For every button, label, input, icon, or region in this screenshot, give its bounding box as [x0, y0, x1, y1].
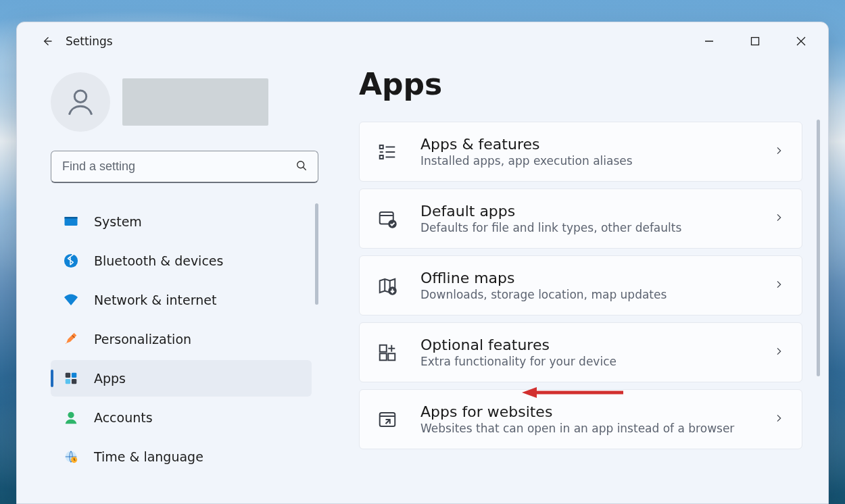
- sidebar-item-network[interactable]: Network & internet: [51, 282, 312, 318]
- sidebar: System Bluetooth & devices Network & int…: [17, 60, 335, 503]
- content-scrollbar[interactable]: [817, 120, 820, 376]
- sidebar-item-label: Personalization: [94, 332, 191, 347]
- sidebar-item-label: System: [94, 214, 142, 229]
- svg-rect-29: [388, 353, 395, 360]
- card-title: Optional features: [420, 336, 750, 353]
- sidebar-item-system[interactable]: System: [51, 203, 312, 240]
- chevron-right-icon: [773, 279, 784, 293]
- svg-rect-27: [380, 345, 387, 351]
- svg-rect-12: [66, 379, 70, 384]
- card-title: Apps for websites: [420, 403, 750, 420]
- card-optional-features[interactable]: Optional features Extra functionality fo…: [359, 322, 802, 382]
- svg-line-6: [304, 167, 306, 170]
- chevron-right-icon: [773, 413, 784, 426]
- minimize-button[interactable]: [686, 22, 732, 60]
- bluetooth-icon: [63, 253, 79, 269]
- paintbrush-icon: [63, 331, 79, 347]
- apps-grid-icon: [63, 370, 79, 386]
- person-icon: [64, 85, 97, 119]
- sidebar-item-label: Network & internet: [94, 293, 216, 307]
- close-button[interactable]: [778, 22, 824, 60]
- svg-rect-1: [752, 38, 759, 45]
- card-default-apps[interactable]: Default apps Defaults for file and link …: [359, 188, 802, 249]
- card-title: Offline maps: [420, 270, 750, 286]
- card-apps-features[interactable]: Apps & features Installed apps, app exec…: [359, 122, 802, 182]
- grid-plus-icon: [377, 343, 397, 363]
- page-title: Apps: [359, 67, 802, 101]
- card-offline-maps[interactable]: Offline maps Downloads, storage location…: [359, 255, 802, 316]
- minimize-icon: [704, 36, 714, 46]
- sidebar-item-accounts[interactable]: Accounts: [51, 399, 312, 436]
- maximize-icon: [750, 36, 760, 46]
- list-icon: [377, 142, 397, 162]
- sidebar-item-time[interactable]: Time & language: [51, 438, 312, 475]
- desktop-wallpaper: Settings: [0, 0, 845, 504]
- svg-point-4: [74, 91, 87, 103]
- sidebar-nav: System Bluetooth & devices Network & int…: [51, 203, 318, 478]
- window-title: Settings: [66, 34, 113, 48]
- profile-name-redacted: [122, 78, 268, 126]
- monitor-icon: [63, 213, 79, 230]
- search-icon: [295, 159, 308, 175]
- chevron-right-icon: [773, 346, 784, 359]
- card-subtitle: Installed apps, app execution aliases: [420, 154, 750, 168]
- card-subtitle: Downloads, storage location, map updates: [420, 288, 750, 301]
- sidebar-item-personalization[interactable]: Personalization: [51, 321, 312, 357]
- sidebar-item-bluetooth[interactable]: Bluetooth & devices: [51, 243, 312, 279]
- sidebar-item-label: Bluetooth & devices: [94, 253, 223, 268]
- sidebar-item-label: Accounts: [94, 410, 153, 425]
- card-subtitle: Extra functionality for your device: [420, 355, 750, 368]
- svg-point-14: [68, 412, 74, 418]
- titlebar: Settings: [17, 22, 828, 60]
- map-download-icon: [377, 276, 397, 296]
- back-button[interactable]: [33, 28, 60, 55]
- card-apps-for-websites[interactable]: Apps for websites Websites that can open…: [359, 389, 802, 449]
- svg-rect-11: [72, 373, 76, 378]
- avatar: [51, 72, 110, 132]
- clock-globe-icon: [63, 449, 79, 465]
- sidebar-scrollbar[interactable]: [315, 203, 318, 305]
- profile-block[interactable]: [51, 72, 318, 132]
- svg-rect-17: [380, 145, 383, 149]
- chevron-right-icon: [773, 212, 784, 226]
- chevron-right-icon: [773, 145, 784, 159]
- svg-rect-10: [66, 373, 70, 378]
- search-box[interactable]: [51, 151, 318, 183]
- card-subtitle: Defaults for file and link types, other …: [420, 221, 750, 234]
- svg-rect-8: [65, 217, 78, 219]
- close-icon: [796, 36, 806, 46]
- sidebar-item-label: Apps: [94, 371, 126, 386]
- main-content: Apps Apps & features Installed apps, app…: [335, 60, 828, 503]
- window-link-icon: [377, 409, 397, 430]
- window-check-icon: [377, 209, 397, 229]
- card-title: Apps & features: [420, 136, 750, 153]
- account-icon: [63, 409, 79, 426]
- sidebar-item-label: Time & language: [94, 449, 203, 464]
- wifi-icon: [63, 292, 79, 308]
- sidebar-item-apps[interactable]: Apps: [51, 360, 312, 397]
- svg-rect-28: [380, 353, 387, 360]
- card-subtitle: Websites that can open in an app instead…: [420, 422, 750, 435]
- search-input[interactable]: [62, 159, 295, 174]
- settings-window: Settings: [16, 22, 829, 504]
- card-title: Default apps: [420, 203, 750, 220]
- svg-rect-13: [72, 379, 76, 384]
- svg-point-5: [297, 161, 304, 168]
- maximize-button[interactable]: [732, 22, 778, 60]
- arrow-left-icon: [40, 34, 53, 48]
- svg-rect-18: [380, 155, 383, 159]
